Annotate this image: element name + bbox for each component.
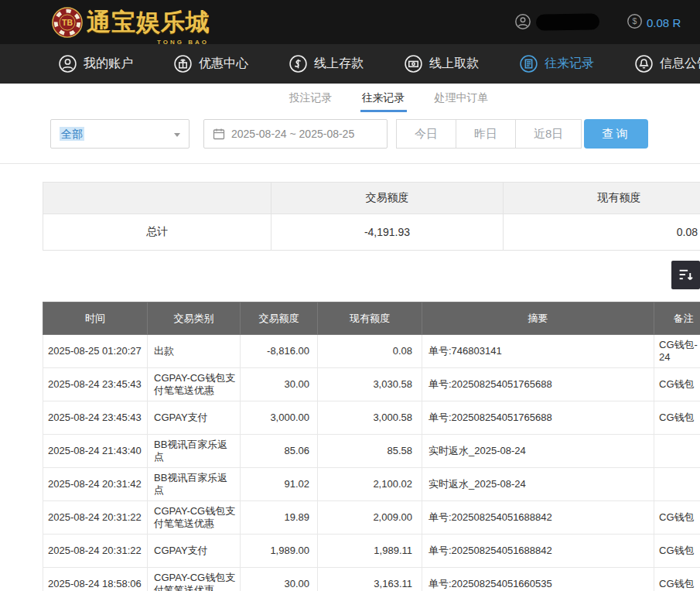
table-row: 2025-08-24 18:58:06 CGPAY-CG钱包支付笔笔送优惠 30… [43, 568, 700, 591]
cell-remark: CG钱包 [654, 568, 700, 591]
site-logo[interactable]: TB 通宝娱乐城 TONG BAO [51, 5, 210, 39]
cell-time: 2025-08-24 21:43:40 [43, 435, 148, 468]
withdraw-money-icon [404, 54, 423, 73]
nav-item-label: 我的账户 [84, 56, 133, 72]
tab-betting-records[interactable]: 投注记录 [288, 84, 334, 112]
summary-header-amount: 交易额度 [271, 183, 504, 214]
cell-summary: 单号:202508254051688842 [422, 535, 654, 568]
main-navbar: 我的账户 优惠中心 线上存款 线上取款 往来记录 信息公告 [0, 44, 700, 84]
nav-item-transaction-records[interactable]: 往来记录 [519, 54, 594, 73]
table-row: 2025-08-25 01:20:27 出款 -8,816.00 0.08 单号… [43, 335, 700, 368]
nav-item-label: 往来记录 [545, 56, 594, 72]
balance-amount: 0.08 [647, 16, 669, 29]
col-header-balance: 现有额度 [318, 302, 422, 335]
summary-table: 交易额度 现有额度 总计 -4,191.93 0.08 [43, 182, 700, 251]
cell-summary: 单号:202508254051660535 [422, 568, 654, 591]
table-row: 2025-08-24 20:31:22 CGPAY-CG钱包支付笔笔送优惠 19… [43, 501, 700, 535]
nav-item-announcements[interactable]: 信息公告 [634, 54, 700, 73]
last-8-days-button[interactable]: 近8日 [515, 119, 582, 149]
cell-remark: CG钱包 [654, 401, 700, 435]
summary-total-label: 总计 [43, 214, 271, 251]
cell-summary: 实时返水_2025-08-24 [422, 468, 654, 501]
nav-item-label: 线上存款 [314, 56, 364, 72]
balance-currency: R [672, 16, 681, 29]
cell-remark [654, 435, 700, 468]
nav-item-my-account[interactable]: 我的账户 [58, 54, 133, 73]
nav-item-label: 信息公告 [660, 56, 700, 72]
nav-item-label: 优惠中心 [199, 56, 248, 72]
cell-type: CGPAY支付 [148, 535, 241, 568]
summary-total-row: 总计 -4,191.93 0.08 [43, 214, 700, 251]
cell-remark: CG钱包 [654, 535, 700, 568]
cell-summary: 单号:202508254051688842 [422, 501, 654, 535]
col-header-type: 交易类别 [148, 302, 241, 335]
dollar-symbol: $ [633, 16, 637, 26]
sort-descending-icon [678, 267, 694, 283]
search-button[interactable]: 查询 [584, 119, 648, 149]
topbar: TB 通宝娱乐城 TONG BAO $ 0.08 R [0, 0, 700, 44]
cell-summary: 单号:202508254051765688 [422, 368, 654, 401]
table-row: 2025-08-24 23:45:43 CGPAY支付 3,000.00 3,0… [43, 401, 700, 435]
cell-time: 2025-08-24 20:31:22 [43, 535, 148, 568]
transactions-table: 时间 交易类别 交易额度 现有额度 摘要 备注 2025-08-25 01:20… [43, 302, 700, 591]
subnav: 投注记录 往来记录 处理中订单 [0, 84, 700, 112]
chip-text: TB [62, 18, 73, 27]
table-row: 2025-08-24 21:43:40 BB视讯百家乐返点 85.06 85.5… [43, 435, 700, 468]
cell-type: BB视讯百家乐返点 [148, 435, 241, 468]
cell-type: CGPAY-CG钱包支付笔笔送优惠 [148, 501, 241, 535]
records-document-icon [519, 54, 538, 73]
cell-type: CGPAY-CG钱包支付笔笔送优惠 [148, 568, 241, 591]
cell-remark: CG钱包- 24 [654, 335, 700, 368]
cell-remark [654, 468, 700, 501]
cell-type: BB视讯百家乐返点 [148, 468, 241, 501]
cell-type: 出款 [148, 335, 241, 368]
chevron-down-icon [174, 133, 180, 137]
tab-pending-orders[interactable]: 处理中订单 [433, 84, 490, 112]
table-row: 2025-08-24 20:31:22 CGPAY支付 1,989.00 1,9… [43, 535, 700, 568]
col-header-remark: 备注 [654, 302, 700, 335]
summary-header-empty [43, 183, 271, 214]
tab-transaction-records[interactable]: 往来记录 [360, 84, 407, 112]
username-redacted [536, 13, 599, 30]
cell-amount: 30.00 [241, 368, 318, 401]
cell-type: CGPAY支付 [148, 401, 241, 435]
logo-title: 通宝娱乐城 [87, 9, 210, 36]
cell-balance: 85.58 [318, 435, 422, 468]
cell-time: 2025-08-25 01:20:27 [43, 335, 148, 368]
cell-remark: CG钱包 [654, 368, 700, 401]
cell-time: 2025-08-24 18:58:06 [43, 568, 148, 591]
sort-descending-button[interactable] [671, 261, 700, 289]
user-avatar-icon[interactable] [514, 13, 531, 30]
bell-icon [634, 54, 654, 73]
cell-time: 2025-08-24 23:45:43 [43, 401, 148, 435]
nav-item-withdraw[interactable]: 线上取款 [404, 54, 479, 73]
summary-header-balance: 现有额度 [504, 183, 700, 214]
nav-item-label: 线上取款 [429, 56, 479, 72]
summary-total-balance: 0.08 [504, 214, 700, 251]
date-range-input[interactable]: 2025-08-24 ~ 2025-08-25 [203, 119, 388, 149]
yesterday-button[interactable]: 昨日 [456, 119, 516, 149]
nav-item-deposit[interactable]: 线上存款 [289, 54, 364, 73]
cell-balance: 0.08 [318, 335, 422, 368]
gift-icon [173, 54, 193, 73]
casino-chip-icon: TB [51, 6, 84, 39]
cell-summary: 单号:746803141 [422, 335, 654, 368]
nav-item-promotions[interactable]: 优惠中心 [173, 54, 248, 73]
cell-balance: 3,000.58 [318, 401, 422, 435]
calendar-icon [213, 128, 225, 140]
deposit-money-icon [289, 54, 308, 73]
balance-display: 0.08 R [647, 16, 681, 29]
dollar-coin-icon: $ [627, 13, 643, 29]
cell-summary: 实时返水_2025-08-24 [422, 435, 654, 468]
cell-summary: 单号:202508254051765688 [422, 401, 654, 435]
quick-date-buttons: 今日 昨日 近8日 [397, 119, 582, 149]
cell-balance: 3,030.58 [318, 368, 422, 401]
cell-amount: -8,816.00 [241, 335, 318, 368]
cell-type: CGPAY-CG钱包支付笔笔送优惠 [148, 368, 241, 401]
col-header-time: 时间 [43, 302, 148, 335]
transaction-type-select[interactable]: 全部 [50, 119, 190, 149]
section-divider [0, 163, 700, 164]
cell-amount: 19.89 [241, 501, 318, 535]
today-button[interactable]: 今日 [396, 119, 456, 149]
col-header-summary: 摘要 [422, 302, 654, 335]
